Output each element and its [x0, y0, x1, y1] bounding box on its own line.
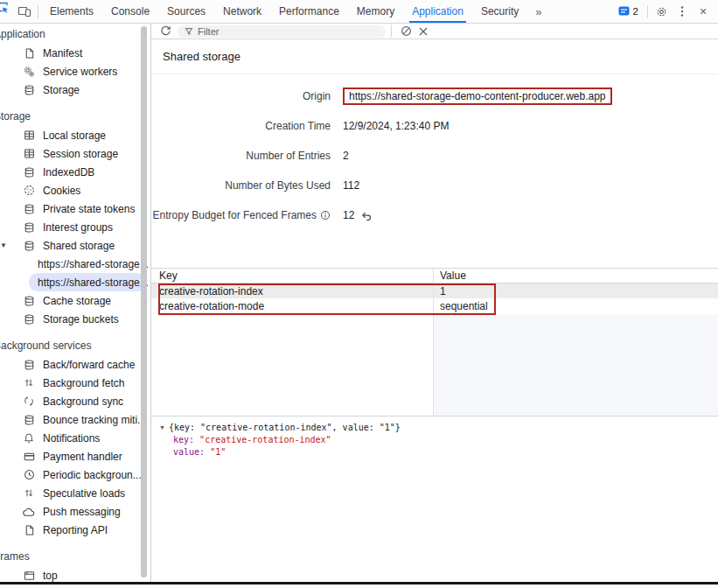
close-devtools-icon[interactable]: ×	[693, 4, 714, 18]
column-header-value[interactable]: Value	[433, 270, 718, 282]
sidebar-item-background-fetch[interactable]: Background fetch	[0, 374, 150, 392]
tab-network[interactable]: Network	[214, 0, 270, 23]
sidebar-item-https-shared-storage-8[interactable]: https://shared-storage...	[29, 273, 146, 291]
sidebar-item-storage[interactable]: Storage	[0, 80, 150, 99]
filter-input-pill[interactable]	[178, 25, 386, 38]
preview-summary-line[interactable]: ▼{key: "creative-rotation-index", value:…	[159, 422, 718, 434]
table-row-creative-rotation-index[interactable]: creative-rotation-index1	[151, 284, 718, 298]
cloud-icon	[22, 505, 36, 519]
cell-value[interactable]: sequential	[433, 300, 718, 312]
sidebar-item-local-storage[interactable]: Local storage	[0, 126, 150, 144]
sidebar-item-indexeddb[interactable]: IndexedDB	[0, 163, 150, 181]
field-label-text: Entropy Budget for Fenced Frames	[153, 209, 317, 221]
table-icon	[22, 147, 36, 161]
toolbar-separator	[391, 24, 392, 38]
filter-funnel-icon	[185, 27, 193, 36]
sidebar-item-shared-storage[interactable]: ▼Shared storage	[0, 236, 150, 255]
window-bottom-edge	[0, 582, 718, 584]
sidebar-item-speculative-loads[interactable]: Speculative loads	[0, 484, 150, 502]
sidebar-item-periodic-backgroun[interactable]: Periodic backgroun...	[0, 466, 150, 484]
tabbar-separator	[647, 5, 648, 18]
column-divider[interactable]	[433, 269, 434, 416]
tab-security[interactable]: Security	[472, 0, 527, 23]
sidebar-item-label: Background sync	[43, 396, 123, 408]
sidebar-item-label: Manifest	[43, 47, 82, 60]
sidebar-item-service-workers[interactable]: Service workers	[0, 62, 150, 80]
clock-icon	[22, 468, 36, 482]
sidebar-section-storage: StorageLocal storageSession storageIndex…	[0, 108, 150, 328]
disclosure-triangle-icon[interactable]: ▼	[159, 422, 165, 434]
database-icon	[22, 83, 36, 97]
sidebar-item-reporting-api[interactable]: Reporting API	[0, 521, 150, 539]
tab-elements[interactable]: Elements	[41, 0, 102, 23]
sidebar-item-label: Cache storage	[43, 295, 111, 307]
more-tabs-button[interactable]: »	[527, 0, 549, 23]
sidebar-item-manifest[interactable]: Manifest	[0, 44, 150, 62]
frame-icon	[22, 569, 36, 583]
sidebar-item-label: Reporting API	[43, 524, 108, 536]
sidebar-item-label: Background fetch	[43, 377, 124, 389]
sidebar-item-payment-handler[interactable]: Payment handler	[0, 447, 150, 466]
sidebar-item-session-storage[interactable]: Session storage	[0, 144, 150, 163]
sidebar-item-cookies[interactable]: Cookies	[0, 181, 150, 200]
sidebar-item-storage-buckets[interactable]: Storage buckets	[0, 310, 150, 328]
panel-tabs: ElementsConsoleSourcesNetworkPerformance…	[41, 0, 527, 23]
sidebar-item-interest-groups[interactable]: Interest groups	[0, 218, 150, 236]
cell-key[interactable]: creative-rotation-index	[151, 285, 433, 298]
sidebar-item-bounce-tracking-miti[interactable]: Bounce tracking miti...	[0, 410, 150, 429]
storage-items-table: Key Value creative-rotation-index1creati…	[151, 268, 718, 416]
table-row-creative-rotation-mode[interactable]: creative-rotation-modesequential	[151, 298, 718, 313]
settings-gear-icon[interactable]	[651, 5, 672, 18]
field-label: Origin	[151, 90, 331, 102]
sidebar-scrollbar[interactable]	[141, 26, 147, 578]
cell-key[interactable]: creative-rotation-mode	[151, 300, 433, 312]
sidebar-item-label: Storage	[43, 84, 80, 96]
tab-performance[interactable]: Performance	[270, 0, 348, 23]
shared-storage-panel: Shared storage Originhttps://shared-stor…	[151, 24, 718, 582]
property-value: "1"	[210, 447, 226, 457]
refresh-icon[interactable]	[157, 25, 174, 37]
console-message-icon	[618, 6, 630, 17]
expand-arrow-icon[interactable]: ▼	[0, 242, 7, 249]
property-name: value:	[173, 447, 210, 457]
tab-sources[interactable]: Sources	[158, 0, 214, 23]
device-toolbar-icon[interactable]	[14, 0, 35, 23]
field-label: Entropy Budget for Fenced Frames	[151, 209, 331, 221]
sidebar-item-back-forward-cache[interactable]: Back/forward cache	[0, 355, 150, 374]
column-header-key[interactable]: Key	[151, 270, 433, 282]
sidebar-item-top[interactable]: top	[0, 566, 150, 582]
sidebar-item-label: https://shared-storage...	[38, 276, 149, 289]
sidebar-item-private-state-tokens[interactable]: Private state tokens	[0, 200, 150, 218]
property-name: key:	[173, 435, 199, 444]
kebab-menu-icon[interactable]	[672, 5, 693, 18]
sidebar-item-https-shared-storage-7[interactable]: https://shared-storage...	[0, 255, 150, 273]
tab-console[interactable]: Console	[102, 0, 158, 23]
tab-memory[interactable]: Memory	[348, 0, 403, 23]
delete-selected-icon[interactable]	[415, 26, 432, 37]
sidebar-item-push-messaging[interactable]: Push messaging	[0, 502, 150, 521]
reset-budget-icon[interactable]	[360, 211, 372, 220]
metadata-section: Originhttps://shared-storage-demo-conten…	[151, 74, 718, 268]
inspect-element-icon[interactable]	[0, 0, 13, 14]
database-icon	[22, 220, 36, 234]
tab-application[interactable]: Application	[403, 0, 472, 23]
sidebar-item-label: Private state tokens	[43, 203, 135, 215]
sidebar-item-background-sync[interactable]: Background sync	[0, 392, 150, 410]
info-icon[interactable]	[320, 210, 331, 220]
sidebar-item-label: Speculative loads	[43, 487, 125, 500]
sidebar-item-cache-storage[interactable]: Cache storage	[0, 291, 150, 310]
table-header-row[interactable]: Key Value	[151, 269, 718, 284]
updown-icon	[22, 486, 36, 500]
sidebar-item-label: Payment handler	[43, 451, 122, 463]
clear-all-icon[interactable]	[397, 25, 415, 37]
cell-value[interactable]: 1	[433, 285, 718, 298]
cookie-icon	[22, 184, 36, 198]
devtools-tabbar: ElementsConsoleSourcesNetworkPerformance…	[0, 0, 718, 24]
field-label-text: Number of Entries	[246, 150, 331, 162]
database-icon	[22, 358, 36, 372]
sidebar-item-label: Shared storage	[43, 240, 115, 252]
sidebar-section-background-services: Background servicesBack/forward cacheBac…	[0, 337, 150, 539]
filter-input[interactable]	[198, 26, 379, 37]
console-messages-badge[interactable]: 2	[612, 6, 645, 17]
sidebar-item-notifications[interactable]: Notifications	[0, 429, 150, 447]
